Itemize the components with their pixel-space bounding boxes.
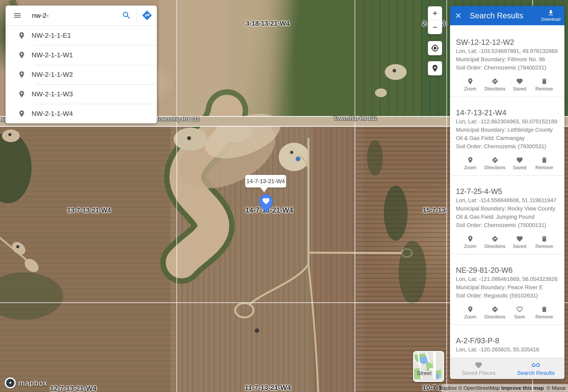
hamburger-icon bbox=[13, 11, 22, 20]
result-actions: Zoom Directions Saved Remove bbox=[456, 156, 558, 170]
menu-button[interactable] bbox=[13, 11, 22, 20]
suggestion-item[interactable]: NW-2-1-1-W3 bbox=[6, 84, 157, 104]
section-grid-line bbox=[176, 0, 177, 392]
heart-outline-icon bbox=[516, 306, 523, 313]
remove-action-button[interactable]: Remove bbox=[532, 235, 556, 249]
suggestion-item[interactable]: NW-2-1-1-W4 bbox=[6, 104, 157, 123]
attribution-text: © Mapbox © OpenStreetMap bbox=[433, 385, 500, 391]
action-label: Zoom bbox=[464, 244, 476, 249]
result-line: Lon, Lat: -112.862304963, 50.075152189 bbox=[456, 117, 558, 126]
result-actions: Zoom Directions Saved Remove bbox=[456, 235, 558, 249]
search-card: NW-2-1-1-E1 NW-2-1-1-W1 NW-2-1-1-W2 NW-2… bbox=[6, 6, 157, 123]
suggestion-label: NW-2-1-1-W1 bbox=[32, 51, 73, 59]
action-label: Directions bbox=[484, 244, 505, 249]
result-card: NE-29-81-20-W6 Lon, Lat: -121.086461869,… bbox=[450, 254, 565, 325]
suggestion-item[interactable]: NW-2-1-1-W1 bbox=[6, 45, 157, 65]
tab-label: Search Results bbox=[517, 370, 554, 376]
saved-action-button[interactable]: Saved bbox=[507, 235, 532, 249]
directions-action-button[interactable]: Directions bbox=[483, 306, 507, 320]
attribution-text: © Maxar bbox=[546, 385, 566, 391]
result-card: A-2-F/93-P-8 Lon, Lat: -120.265625, 55.3… bbox=[450, 325, 565, 358]
directions-action-button[interactable]: Directions bbox=[483, 156, 507, 170]
save-action-button[interactable]: Save bbox=[507, 306, 532, 320]
improve-this-map-link[interactable]: Improve this map bbox=[501, 385, 544, 391]
heart-filled-icon bbox=[475, 361, 483, 369]
search-button[interactable] bbox=[122, 11, 131, 20]
mapbox-logo-text: mapbox bbox=[18, 378, 47, 388]
directions-icon bbox=[491, 156, 499, 164]
add-marker-button[interactable] bbox=[428, 61, 442, 75]
place-pin-icon bbox=[467, 78, 474, 85]
action-label: Directions bbox=[484, 314, 505, 320]
place-pin-icon bbox=[18, 90, 26, 98]
close-panel-button[interactable] bbox=[454, 12, 462, 20]
result-line: Soil Order: Chernozemic (75000131) bbox=[456, 221, 558, 229]
locate-me-button[interactable] bbox=[428, 41, 442, 55]
trash-icon bbox=[541, 306, 548, 313]
action-label: Save bbox=[514, 314, 525, 320]
place-pin-icon bbox=[18, 32, 26, 40]
section-grid-line bbox=[355, 0, 355, 392]
remove-action-button[interactable]: Remove bbox=[532, 156, 556, 170]
zoom-in-button[interactable] bbox=[428, 6, 442, 21]
zoom-action-button[interactable]: Zoom bbox=[458, 306, 483, 320]
result-title: NE-29-81-20-W6 bbox=[456, 266, 558, 275]
tab-label: Saved Places bbox=[462, 370, 495, 376]
download-label: Download bbox=[541, 17, 560, 22]
map-label-section: 15-7-13- bbox=[423, 207, 447, 214]
saved-place-marker[interactable] bbox=[258, 194, 274, 212]
mapbox-logo[interactable]: ✦ mapbox bbox=[5, 378, 47, 389]
map-label-section: 12-7-13-21-W4 bbox=[50, 384, 96, 392]
suggestion-item[interactable]: NW-2-1-1-W2 bbox=[6, 65, 157, 84]
result-card: SW-12-12-12-W2 Lon, Lat: -103.524697891,… bbox=[450, 25, 565, 97]
place-pin-icon bbox=[467, 156, 474, 164]
search-input[interactable] bbox=[32, 12, 122, 20]
marker-popup: 14-7-13-21-W4 bbox=[245, 175, 286, 187]
remove-action-button[interactable]: Remove bbox=[532, 78, 556, 92]
result-line: Lon, Lat: -120.265625, 55.335416 bbox=[456, 345, 558, 354]
saved-action-button[interactable]: Saved bbox=[507, 156, 532, 170]
download-button[interactable]: Download bbox=[541, 9, 560, 22]
tab-search-results[interactable]: Search Results bbox=[507, 358, 565, 379]
marker-popup-label: 14-7-13-21-W4 bbox=[246, 178, 285, 184]
zoom-out-button[interactable] bbox=[428, 21, 442, 34]
zoom-action-button[interactable]: Zoom bbox=[458, 235, 483, 249]
result-line: Soil Order: Chernozemic (79300531) bbox=[456, 142, 558, 151]
map-label-section: 13-7-13-21-W4 bbox=[67, 207, 111, 214]
result-title: SW-12-12-12-W2 bbox=[456, 38, 558, 47]
heart-filled-icon bbox=[516, 235, 523, 242]
action-label: Saved bbox=[513, 86, 526, 92]
directions-icon bbox=[491, 78, 499, 85]
zoom-action-button[interactable]: Zoom bbox=[458, 78, 483, 92]
search-bar-divider bbox=[137, 10, 137, 21]
place-pin-icon bbox=[18, 51, 26, 59]
directions-action-button[interactable]: Directions bbox=[483, 78, 507, 92]
tab-saved-places[interactable]: Saved Places bbox=[450, 358, 507, 379]
result-actions: Zoom Directions Save Remove bbox=[456, 306, 558, 320]
result-title: 14-7-13-21-W4 bbox=[456, 108, 558, 117]
place-pin-icon bbox=[467, 235, 474, 242]
action-label: Remove bbox=[535, 314, 553, 320]
map-label-road: Township Rd 132 bbox=[333, 115, 377, 122]
remove-action-button[interactable]: Remove bbox=[532, 306, 556, 320]
result-line: Municipal Boundary: Rocky View County bbox=[456, 205, 558, 213]
heart-filled-icon bbox=[516, 78, 523, 85]
action-label: Zoom bbox=[464, 314, 476, 320]
place-pin-icon bbox=[18, 71, 26, 79]
street-view-toggle[interactable]: Street bbox=[413, 351, 444, 382]
directions-action-button[interactable]: Directions bbox=[483, 235, 507, 249]
map-label-section: 3- bbox=[442, 20, 447, 27]
suggestion-item[interactable]: NW-2-1-1-E1 bbox=[6, 26, 157, 45]
result-title: 12-7-25-4-W5 bbox=[456, 187, 558, 196]
saved-action-button[interactable]: Saved bbox=[507, 78, 532, 92]
panel-header: Search Results Download bbox=[450, 6, 565, 25]
directions-button[interactable] bbox=[141, 10, 152, 21]
action-label: Directions bbox=[484, 165, 505, 170]
result-line: Municipal Boundary: Fillmore No. 96 bbox=[456, 55, 558, 64]
trash-icon bbox=[541, 78, 548, 85]
zoom-action-button[interactable]: Zoom bbox=[458, 156, 483, 170]
result-card: 12-7-25-4-W5 Lon, Lat: -114.556848606, 5… bbox=[450, 176, 565, 254]
minus-icon bbox=[431, 24, 439, 31]
heart-filled-icon bbox=[516, 156, 523, 164]
map-label-section: 11-7-13-21-W4 bbox=[245, 384, 291, 392]
